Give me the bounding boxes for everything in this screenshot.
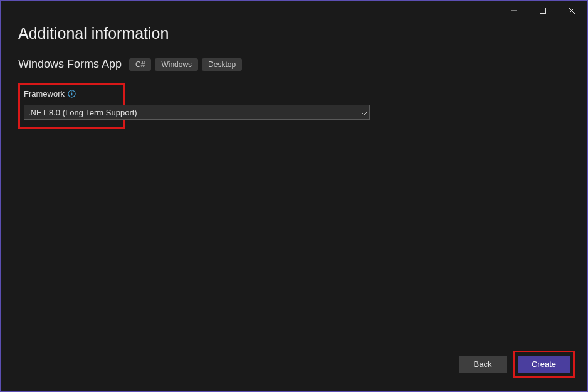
framework-label: Framework bbox=[24, 89, 65, 98]
close-button[interactable] bbox=[557, 1, 586, 20]
page-title: Additional information bbox=[18, 24, 570, 43]
info-icon[interactable] bbox=[68, 90, 76, 98]
framework-section-highlight: Framework .NET 8.0 (Long Term Support) bbox=[18, 83, 125, 129]
template-tags: C# Windows Desktop bbox=[129, 58, 242, 71]
content-area: Additional information Windows Forms App… bbox=[1, 21, 587, 129]
back-button[interactable]: Back bbox=[459, 356, 507, 373]
subtitle-row: Windows Forms App C# Windows Desktop bbox=[18, 58, 570, 71]
svg-point-6 bbox=[71, 92, 73, 93]
tag-desktop: Desktop bbox=[202, 58, 242, 71]
project-template-name: Windows Forms App bbox=[18, 58, 122, 71]
maximize-button[interactable] bbox=[528, 1, 557, 20]
framework-dropdown[interactable]: .NET 8.0 (Long Term Support) bbox=[24, 105, 370, 120]
titlebar bbox=[1, 1, 587, 21]
framework-selected-value: .NET 8.0 (Long Term Support) bbox=[28, 108, 137, 117]
minimize-icon bbox=[511, 8, 517, 14]
maximize-icon bbox=[540, 8, 546, 14]
svg-rect-1 bbox=[540, 8, 546, 14]
create-button[interactable]: Create bbox=[518, 356, 570, 373]
close-icon bbox=[569, 8, 575, 14]
create-button-highlight: Create bbox=[513, 351, 575, 378]
tag-csharp: C# bbox=[129, 58, 151, 71]
bottom-bar: Back Create bbox=[459, 351, 575, 378]
framework-label-row: Framework bbox=[24, 89, 119, 98]
minimize-button[interactable] bbox=[500, 1, 528, 20]
chevron-down-icon bbox=[362, 108, 367, 117]
tag-windows: Windows bbox=[155, 58, 198, 71]
